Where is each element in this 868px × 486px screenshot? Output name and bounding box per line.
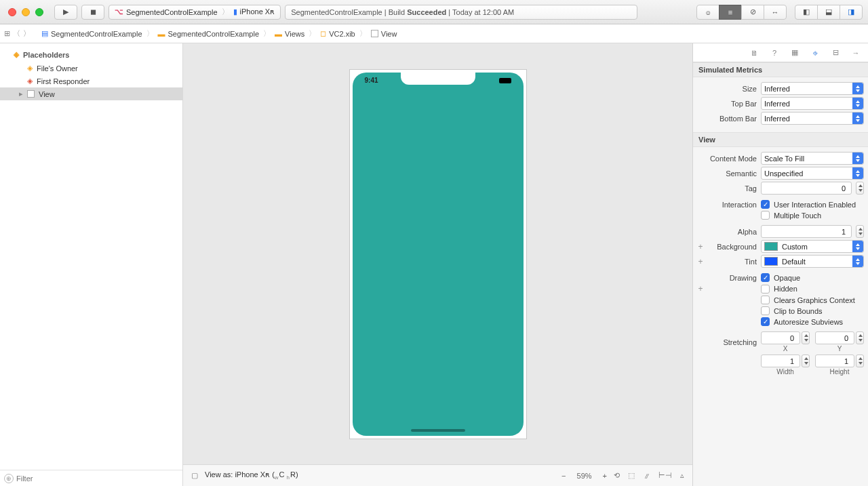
- canvas-viewport[interactable]: 9:41: [183, 43, 692, 464]
- stepper-alpha[interactable]: [856, 225, 864, 238]
- zoom-in-button[interactable]: +: [603, 472, 607, 480]
- standard-editor-button[interactable]: ⌾: [696, 5, 719, 20]
- run-button[interactable]: ▶: [54, 5, 77, 20]
- file-inspector-tab[interactable]: 🗎: [749, 47, 760, 58]
- size-inspector-tab[interactable]: ⊟: [830, 47, 841, 58]
- stop-button[interactable]: ◼: [81, 5, 104, 20]
- activity-status[interactable]: SegmentedControlExample | Build Succeede…: [285, 5, 637, 20]
- back-button[interactable]: 〈: [13, 28, 20, 39]
- stepper-stretch-height[interactable]: [856, 355, 864, 367]
- outline-item-files-owner[interactable]: ◈ File's Owner: [0, 62, 182, 75]
- outline-group-placeholders[interactable]: ◈ Placeholders: [0, 47, 182, 62]
- minimize-window-button[interactable]: [22, 8, 30, 16]
- cube-icon: ◈: [14, 50, 19, 59]
- toggle-left-panel-button[interactable]: ◧: [795, 5, 818, 20]
- sublabel-width: Width: [761, 368, 810, 376]
- background-color-chip: [764, 242, 778, 251]
- chevron-right-icon: 〉: [359, 28, 367, 39]
- input-stretch-width[interactable]: 1: [761, 355, 800, 367]
- label-interaction: Interaction: [708, 201, 757, 209]
- jumpbar-item-xib[interactable]: ◻ VC2.xib: [319, 29, 357, 38]
- folder-icon: ▬: [275, 30, 282, 38]
- version-editor-button[interactable]: ⊘: [741, 5, 764, 20]
- outline-tree[interactable]: ◈ Placeholders ◈ File's Owner ◈ First Re…: [0, 43, 182, 470]
- input-stretch-height[interactable]: 1: [815, 355, 854, 367]
- jumpbar-item-project[interactable]: ▤ SegmentedControlExample: [40, 29, 144, 38]
- editor-arrow-button[interactable]: ↔: [764, 5, 787, 20]
- jumpbar-item-group[interactable]: ▬ SegmentedControlExample: [157, 30, 261, 38]
- checkbox-autoresize[interactable]: [761, 317, 770, 326]
- checkbox-clip-to-bounds[interactable]: [761, 306, 770, 315]
- resolve-issues-button[interactable]: ▵: [680, 471, 684, 480]
- align-button[interactable]: ⫽: [643, 472, 650, 480]
- filter-mode-button[interactable]: ⊕: [4, 474, 14, 483]
- scheme-name: SegmentedControlExample: [126, 8, 218, 16]
- stepper-stretch-y[interactable]: [856, 331, 864, 344]
- checkbox-multiple-touch[interactable]: [761, 211, 770, 220]
- select-bottombar[interactable]: Inferred: [761, 112, 864, 125]
- outline-item-first-responder[interactable]: ◈ First Responder: [0, 75, 182, 87]
- zoom-level[interactable]: 59%: [577, 472, 592, 480]
- input-stretch-x[interactable]: 0: [761, 331, 800, 344]
- scheme-selector[interactable]: ⌥ SegmentedControlExample 〉 ▮ iPhone Xʀ: [108, 5, 281, 20]
- select-tint[interactable]: Default: [761, 255, 864, 268]
- assistant-editor-button[interactable]: ≡: [719, 5, 742, 20]
- view-icon: [27, 90, 35, 98]
- close-window-button[interactable]: [8, 8, 16, 16]
- left-panel-icon: ◧: [803, 7, 810, 16]
- panel-toggle-segmented[interactable]: ◧ ⬓ ◨: [795, 5, 863, 20]
- view-as-label[interactable]: View as: iPhone Xʀ (wC hR): [205, 470, 298, 481]
- help-inspector-tab[interactable]: ?: [769, 47, 780, 58]
- document-outline: ◈ Placeholders ◈ File's Owner ◈ First Re…: [0, 43, 183, 486]
- pin-button[interactable]: ⊢⊣: [658, 471, 672, 480]
- identity-inspector-tab[interactable]: ▦: [789, 47, 800, 58]
- related-items-icon[interactable]: ⊞: [4, 29, 10, 38]
- section-simulated-metrics: Simulated Metrics: [693, 62, 868, 77]
- play-icon: ▶: [63, 7, 68, 16]
- outline-item-view-selected[interactable]: ▸ View: [0, 87, 182, 100]
- label-tag: Tag: [708, 184, 757, 193]
- select-content-mode[interactable]: Scale To Fill: [761, 152, 864, 165]
- select-topbar[interactable]: Inferred: [761, 97, 864, 110]
- outline-item-label: View: [39, 90, 55, 98]
- label-topbar: Top Bar: [708, 100, 757, 108]
- forward-button[interactable]: 〉: [23, 28, 31, 39]
- attributes-inspector-tab[interactable]: ⎆: [810, 47, 821, 58]
- view-preview[interactable]: 9:41: [353, 73, 524, 436]
- add-variant-background[interactable]: +: [697, 242, 704, 251]
- checkbox-user-interaction[interactable]: [761, 200, 770, 209]
- toggle-right-panel-button[interactable]: ◨: [840, 5, 863, 20]
- add-variant-hidden[interactable]: +: [697, 284, 704, 293]
- stepper-stretch-x[interactable]: [802, 331, 810, 344]
- connections-inspector-tab[interactable]: →: [850, 47, 861, 58]
- checkbox-hidden[interactable]: [761, 285, 770, 293]
- zoom-out-button[interactable]: −: [561, 472, 566, 480]
- canvas-bottom-bar: ▢ View as: iPhone Xʀ (wC hR) − 59% + ⟲ ⬚…: [183, 464, 692, 486]
- input-stretch-y[interactable]: 0: [815, 331, 854, 344]
- chevron-right-icon: 〉: [146, 28, 154, 39]
- input-tag[interactable]: 0: [761, 182, 852, 195]
- select-background[interactable]: Custom: [761, 240, 864, 253]
- jumpbar-item-views[interactable]: ▬ Views: [273, 30, 306, 38]
- stepper-tag[interactable]: [856, 182, 864, 195]
- outline-filter-input[interactable]: [16, 474, 178, 483]
- select-semantic[interactable]: Unspecified: [761, 167, 864, 180]
- select-size[interactable]: Inferred: [761, 82, 864, 95]
- fullscreen-window-button[interactable]: [35, 8, 43, 16]
- toggle-bottom-panel-button[interactable]: ⬓: [817, 5, 840, 20]
- disclosure-triangle-icon[interactable]: ▸: [19, 89, 23, 98]
- device-frame[interactable]: 9:41: [349, 69, 527, 439]
- stepper-stretch-width[interactable]: [802, 355, 810, 367]
- embed-in-button[interactable]: ⬚: [628, 471, 635, 480]
- sublabel-x: X: [761, 345, 810, 352]
- outline-filter-bar: ⊕: [0, 470, 182, 486]
- jumpbar-item-view[interactable]: View: [370, 30, 399, 38]
- input-alpha[interactable]: 1: [761, 225, 852, 238]
- checkbox-opaque[interactable]: [761, 273, 770, 282]
- editor-mode-segmented[interactable]: ⌾ ≡ ⊘ ↔: [696, 5, 787, 20]
- add-variant-tint[interactable]: +: [697, 257, 704, 266]
- label-semantic: Semantic: [708, 169, 757, 178]
- checkbox-clears-graphics[interactable]: [761, 296, 770, 304]
- toggle-outline-button[interactable]: ▢: [191, 471, 198, 480]
- constraints-update-button[interactable]: ⟲: [614, 471, 620, 480]
